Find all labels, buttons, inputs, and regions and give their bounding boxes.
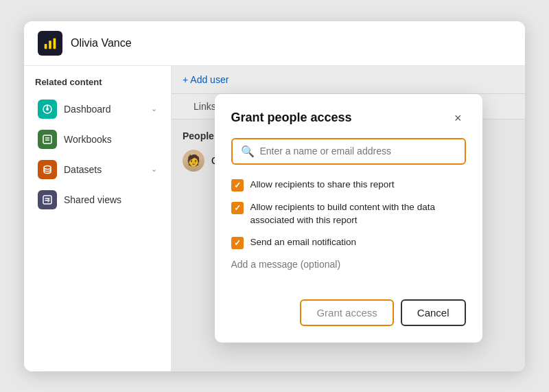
checkbox-label-2: Send an email notification bbox=[250, 236, 357, 249]
svg-rect-6 bbox=[43, 135, 51, 143]
checkbox-row-0: ✓ Allow recipients to share this report bbox=[231, 178, 466, 192]
dashboard-icon bbox=[38, 100, 57, 119]
modal-title: Grant people access bbox=[231, 111, 352, 125]
workbooks-icon bbox=[38, 130, 57, 149]
sidebar-item-workbooks[interactable]: Workbooks bbox=[27, 124, 168, 154]
sidebar-section-title: Related content bbox=[24, 77, 171, 94]
checkbox-checked-icon: ✓ bbox=[231, 202, 244, 214]
sidebar-item-label: Workbooks bbox=[64, 134, 157, 145]
svg-rect-1 bbox=[49, 41, 51, 49]
top-bar: Olivia Vance bbox=[24, 21, 525, 66]
close-button[interactable]: × bbox=[450, 111, 466, 126]
content-panel: + Add user Links People a... 🧑 Oliv Gra bbox=[172, 66, 525, 371]
svg-rect-0 bbox=[45, 43, 47, 48]
checkbox-1[interactable]: ✓ bbox=[231, 202, 244, 214]
svg-rect-2 bbox=[54, 38, 56, 49]
sidebar-item-label: Dashboard bbox=[64, 104, 148, 115]
checkmark-icon: ✓ bbox=[234, 204, 241, 212]
search-input[interactable] bbox=[260, 146, 456, 157]
sidebar-item-dashboard[interactable]: Dashboard ⌄ bbox=[27, 94, 168, 124]
checkbox-checked-icon: ✓ bbox=[231, 237, 244, 249]
svg-point-4 bbox=[46, 108, 49, 111]
sidebar-item-label: Shared views bbox=[64, 194, 157, 205]
app-icon bbox=[38, 31, 62, 56]
grant-access-modal: Grant people access × 🔍 ✓ Allow bbox=[215, 94, 482, 343]
grant-access-button[interactable]: Grant access bbox=[300, 299, 393, 326]
shared-views-icon bbox=[38, 190, 57, 209]
cancel-button[interactable]: Cancel bbox=[401, 299, 466, 326]
checkmark-icon: ✓ bbox=[234, 181, 241, 189]
sidebar-item-label: Datasets bbox=[64, 164, 148, 175]
chevron-down-icon: ⌄ bbox=[151, 104, 157, 113]
checkmark-icon: ✓ bbox=[234, 239, 241, 247]
svg-rect-10 bbox=[43, 196, 51, 204]
main-content: Related content Dashboard ⌄ bbox=[24, 66, 525, 371]
search-box: 🔍 bbox=[231, 138, 466, 165]
user-name: Olivia Vance bbox=[71, 37, 132, 49]
datasets-icon bbox=[38, 160, 57, 179]
svg-point-9 bbox=[44, 165, 51, 169]
checkbox-row-1: ✓ Allow recipients to build content with… bbox=[231, 201, 466, 227]
checkbox-0[interactable]: ✓ bbox=[231, 179, 244, 192]
modal-overlay: Grant people access × 🔍 ✓ Allow bbox=[172, 66, 525, 371]
sidebar-item-datasets[interactable]: Datasets ⌄ bbox=[27, 154, 168, 185]
message-textarea[interactable] bbox=[231, 259, 466, 284]
search-icon: 🔍 bbox=[241, 145, 255, 158]
modal-header: Grant people access × bbox=[231, 111, 466, 126]
sidebar: Related content Dashboard ⌄ bbox=[24, 66, 172, 371]
checkbox-2[interactable]: ✓ bbox=[231, 237, 244, 249]
checkbox-checked-icon: ✓ bbox=[231, 179, 244, 192]
checkbox-row-2: ✓ Send an email notification bbox=[231, 236, 466, 249]
sidebar-item-shared-views[interactable]: Shared views bbox=[27, 185, 168, 215]
checkbox-label-0: Allow recipients to share this report bbox=[250, 178, 395, 192]
checkbox-label-1: Allow recipients to build content with t… bbox=[250, 201, 466, 227]
chevron-down-icon: ⌄ bbox=[151, 165, 157, 174]
modal-actions: Grant access Cancel bbox=[231, 299, 466, 326]
